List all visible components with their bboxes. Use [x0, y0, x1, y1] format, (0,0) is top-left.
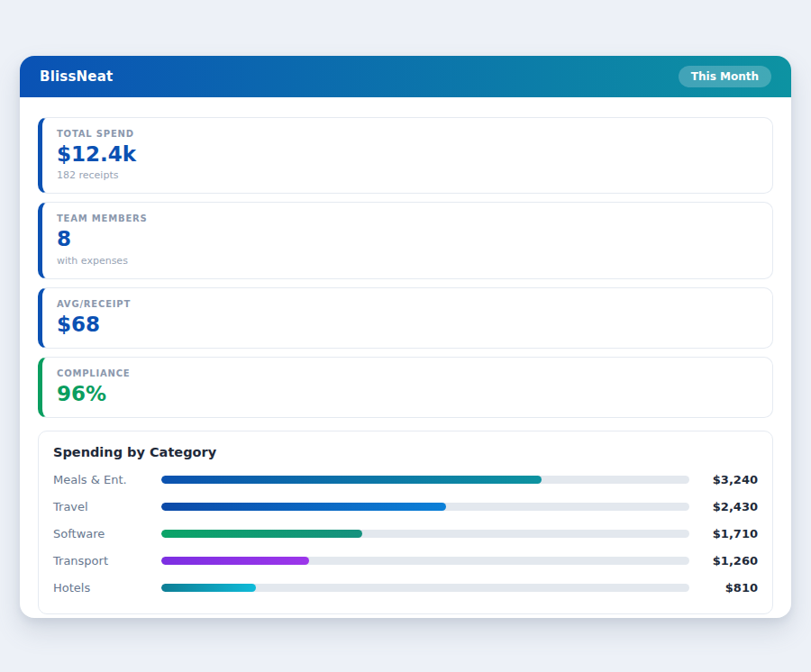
bar-fill [161, 557, 309, 565]
stat-card-total-spend: TOTAL SPEND$12.4k182 receipts [38, 117, 773, 194]
category-label: Hotels [53, 581, 161, 595]
spending-chart-card: Spending by Category Meals & Ent.$3,240T… [38, 431, 773, 614]
stat-value: 96% [57, 383, 758, 405]
chart-row-meals-ent-: Meals & Ent.$3,240 [53, 473, 758, 486]
category-value: $810 [689, 581, 758, 595]
dashboard-card: BlissNeat This Month TOTAL SPEND$12.4k18… [20, 56, 791, 618]
app-header: BlissNeat This Month [20, 56, 791, 97]
category-value: $1,260 [689, 554, 758, 568]
stat-card-avg-receipt: AVG/RECEIPT$68 [38, 287, 773, 349]
bar-fill [161, 584, 256, 592]
chart-row-hotels: Hotels$810 [53, 581, 758, 595]
bar-track [161, 557, 689, 565]
category-value: $3,240 [689, 473, 758, 486]
period-badge[interactable]: This Month [679, 66, 771, 87]
stat-label: COMPLIANCE [57, 368, 758, 378]
chart-rows: Meals & Ent.$3,240Travel$2,430Software$1… [53, 473, 758, 595]
stat-value: $68 [57, 313, 758, 336]
bar-fill [161, 476, 542, 484]
category-label: Travel [53, 500, 161, 513]
stat-value: 8 [57, 228, 758, 250]
category-label: Transport [53, 554, 161, 568]
bar-track [161, 476, 689, 484]
chart-row-travel: Travel$2,430 [53, 500, 758, 513]
bar-fill [161, 530, 362, 538]
dashboard-content: TOTAL SPEND$12.4k182 receiptsTEAM MEMBER… [20, 97, 791, 614]
chart-row-transport: Transport$1,260 [53, 554, 758, 568]
stat-value: $12.4k [57, 143, 758, 166]
category-value: $2,430 [689, 500, 758, 513]
category-label: Software [53, 527, 161, 540]
bar-track [161, 503, 689, 511]
stats-list: TOTAL SPEND$12.4k182 receiptsTEAM MEMBER… [38, 117, 773, 418]
bar-fill [161, 503, 446, 511]
chart-title: Spending by Category [53, 445, 758, 459]
category-label: Meals & Ent. [53, 473, 161, 486]
bar-track [161, 530, 689, 538]
stat-card-team-members: TEAM MEMBERS8with expenses [38, 202, 773, 278]
stat-card-compliance: COMPLIANCE96% [38, 357, 773, 418]
stat-label: TOTAL SPEND [57, 129, 758, 139]
stat-label: TEAM MEMBERS [57, 213, 758, 223]
stat-label: AVG/RECEIPT [57, 299, 758, 309]
bar-track [161, 584, 689, 592]
category-value: $1,710 [689, 527, 758, 540]
stat-sublabel: 182 receipts [57, 169, 758, 181]
chart-row-software: Software$1,710 [53, 527, 758, 540]
app-title: BlissNeat [40, 68, 113, 85]
stat-sublabel: with expenses [57, 255, 758, 267]
